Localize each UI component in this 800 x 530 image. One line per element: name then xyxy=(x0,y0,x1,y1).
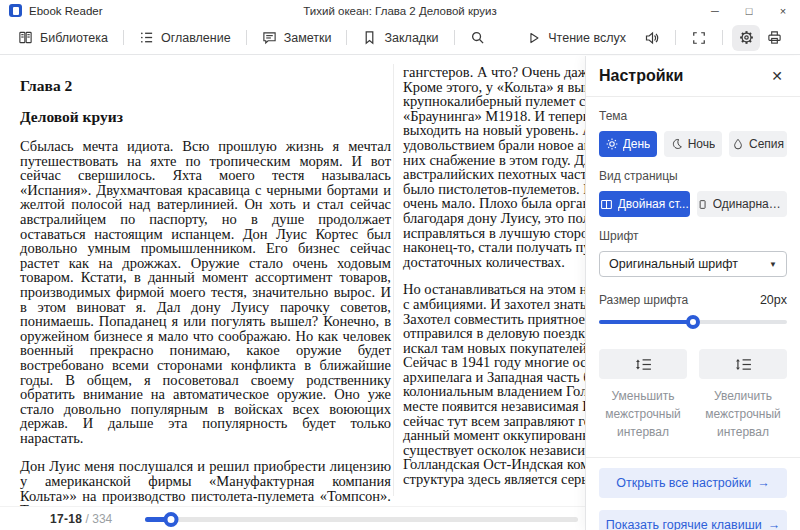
fullscreen-button[interactable] xyxy=(685,25,713,51)
app-logo-icon xyxy=(9,4,22,17)
volume-icon xyxy=(644,30,660,46)
divider xyxy=(586,96,800,97)
line-spacing-increase-icon xyxy=(735,358,752,371)
toolbar-divider xyxy=(675,30,676,45)
arrow-right-icon: → xyxy=(768,518,781,530)
theme-day-label: День xyxy=(623,137,651,151)
close-window-icon[interactable]: × xyxy=(766,0,800,21)
page-gutter-divider xyxy=(393,64,394,496)
open-all-settings-label: Открыть все настройки xyxy=(616,476,751,490)
page-view-options: Двойная ст... Одинарная ст... xyxy=(599,191,787,217)
toolbar-divider xyxy=(722,30,723,45)
font-select-value: Оригинальный шрифт xyxy=(609,257,738,271)
maximize-icon[interactable]: □ xyxy=(732,0,766,21)
single-page-icon xyxy=(697,198,708,211)
double-page-label: Двойная ст... xyxy=(618,197,689,211)
search-button[interactable] xyxy=(464,25,492,51)
show-hotkeys-label: Показать горячие клавиши xyxy=(606,518,762,530)
theme-label: Тема xyxy=(599,109,787,123)
settings-title: Настройки xyxy=(599,67,683,85)
page-view-label: Вид страницы xyxy=(599,169,787,183)
app-window: Ebook Reader Тихий океан: Глава 2 Делово… xyxy=(0,0,800,530)
window-title: Тихий океан: Глава 2 Деловой круиз xyxy=(0,5,800,17)
arrow-right-icon: → xyxy=(757,476,770,490)
page-indicator: 17-18 / 334 xyxy=(50,512,112,526)
moon-icon xyxy=(671,138,683,150)
total-pages: 334 xyxy=(92,512,112,526)
slider-track[interactable] xyxy=(145,517,578,522)
single-page-label: Одинарная ст... xyxy=(713,197,787,211)
chapter-heading: Глава 2 xyxy=(20,77,391,95)
font-size-slider[interactable] xyxy=(599,315,787,329)
toolbar-divider xyxy=(346,30,347,45)
settings-button[interactable] xyxy=(732,25,760,51)
notes-label: Заметки xyxy=(284,31,332,45)
notes-icon xyxy=(262,30,277,45)
toolbar-divider xyxy=(123,30,124,45)
toolbar: Библиотека Оглавление Заметки Закладки xyxy=(0,21,800,55)
gear-icon xyxy=(739,30,754,45)
read-aloud-button[interactable]: Чтение вслух xyxy=(521,26,632,50)
increase-line-spacing-button[interactable] xyxy=(699,349,787,379)
chapter-subtitle: Деловой круиз xyxy=(20,108,391,126)
bookmarks-button[interactable]: Закладки xyxy=(356,25,444,50)
page-separator: / xyxy=(86,512,89,526)
toc-label: Оглавление xyxy=(161,31,231,45)
notes-button[interactable]: Заметки xyxy=(256,25,338,50)
increase-line-spacing-label: Увеличить межстрочный интервал xyxy=(699,387,787,441)
bookmarks-label: Закладки xyxy=(384,31,438,45)
library-button[interactable]: Библиотека xyxy=(12,25,114,50)
library-icon xyxy=(18,30,33,45)
library-label: Библиотека xyxy=(40,31,108,45)
toc-button[interactable]: Оглавление xyxy=(133,25,237,50)
search-icon xyxy=(470,30,485,45)
pagination-bar: 17-18 / 334 xyxy=(0,506,585,530)
book-progress-slider[interactable] xyxy=(145,512,578,526)
open-all-settings-button[interactable]: Открыть все настройки → xyxy=(599,468,787,498)
sun-icon xyxy=(606,138,618,150)
print-button[interactable] xyxy=(760,25,788,51)
fullscreen-icon xyxy=(692,31,706,45)
chevron-down-icon: ▼ xyxy=(769,260,777,269)
toolbar-divider xyxy=(454,30,455,45)
theme-options: День Ночь Сепия xyxy=(599,131,787,157)
sepia-drop-icon xyxy=(732,138,744,150)
font-size-label: Размер шрифта xyxy=(599,293,688,307)
toolbar-divider xyxy=(246,30,247,45)
decrease-line-spacing-label: Уменьшить межстрочный интервал xyxy=(599,387,687,441)
current-pages: 17-18 xyxy=(50,512,82,526)
bookmarks-icon xyxy=(362,30,377,45)
font-size-slider-fill xyxy=(599,320,693,324)
theme-day-button[interactable]: День xyxy=(599,131,657,157)
theme-sepia-label: Сепия xyxy=(749,137,784,151)
left-page: Глава 2 Деловой круиз Сбылась мечта идио… xyxy=(20,77,391,506)
play-icon xyxy=(527,31,541,45)
show-hotkeys-button[interactable]: Показать горячие клавиши → xyxy=(599,510,787,530)
theme-night-button[interactable]: Ночь xyxy=(664,131,722,157)
volume-button[interactable] xyxy=(638,25,666,51)
font-label: Шрифт xyxy=(599,229,787,243)
double-page-icon xyxy=(600,198,613,211)
font-size-value: 20px xyxy=(760,293,787,307)
settings-panel: Настройки ✕ Тема День Ночь С xyxy=(585,56,800,530)
decrease-line-spacing-button[interactable] xyxy=(599,349,687,379)
theme-sepia-button[interactable]: Сепия xyxy=(729,131,787,157)
minimize-icon[interactable]: ─ xyxy=(698,0,732,21)
theme-night-label: Ночь xyxy=(688,137,716,151)
read-aloud-label: Чтение вслух xyxy=(548,31,626,45)
divider xyxy=(586,457,800,458)
font-select[interactable]: Оригинальный шрифт ▼ xyxy=(599,251,787,277)
book-paragraph: Сбылась мечта идиота. Всю прошлую жизнь … xyxy=(20,139,391,445)
app-name: Ebook Reader xyxy=(29,5,103,17)
double-page-button[interactable]: Двойная ст... xyxy=(599,191,690,217)
title-bar: Ebook Reader Тихий океан: Глава 2 Делово… xyxy=(0,0,800,21)
printer-icon xyxy=(767,30,782,45)
single-page-button[interactable]: Одинарная ст... xyxy=(697,191,788,217)
book-paragraph: Дон Луис меня послушался и решил приобре… xyxy=(20,459,391,506)
font-size-slider-thumb[interactable] xyxy=(686,315,700,329)
toc-icon xyxy=(139,30,154,45)
line-spacing-decrease-icon xyxy=(635,358,652,371)
close-icon[interactable]: ✕ xyxy=(767,66,787,86)
slider-thumb[interactable] xyxy=(163,512,178,527)
